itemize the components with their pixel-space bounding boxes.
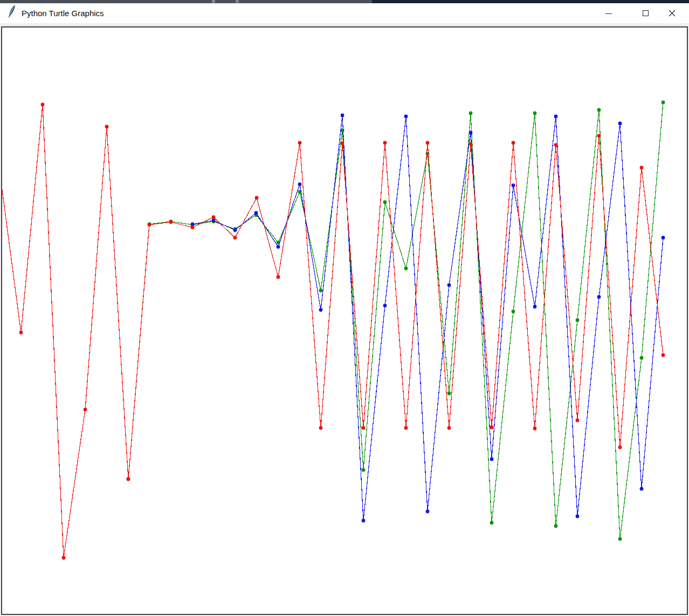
maximize-icon [643,10,649,16]
vertex-marker-red [469,142,473,146]
vertex-marker-green [662,101,665,105]
vertex-marker-blue [319,308,323,312]
vertex-marker-blue [383,304,387,308]
vertex-marker-green [597,108,601,112]
vertex-marker-blue [662,236,665,240]
background-window-strip-notch [212,0,215,3]
vertex-marker-green [362,468,366,472]
vertex-marker-red [277,275,280,279]
vertex-marker-red [127,477,130,481]
vertex-marker-red [255,196,259,200]
vertex-marker-blue [490,458,494,461]
vertex-marker-red [597,134,601,138]
vertex-marker-green [576,319,580,322]
vertex-marker-red [19,331,23,335]
vertex-marker-red [426,141,430,145]
vertex-marker-green [447,392,451,396]
vertex-marker-red [298,141,302,145]
vertex-marker-blue [469,131,473,135]
vertex-marker-blue [254,211,258,215]
vertex-marker-red [447,426,451,430]
vertex-marker-red [212,216,216,219]
vertex-marker-blue [597,295,601,299]
vertex-marker-red [640,166,644,170]
vertex-marker-red [233,236,237,240]
vertex-marker-green [469,112,473,115]
vertex-marker-blue [191,223,195,226]
vertex-marker-red [618,446,622,449]
turtle-canvas-svg [1,26,688,615]
vertex-marker-blue [554,115,558,119]
maximize-button[interactable] [633,3,658,23]
vertex-marker-red [41,103,45,107]
vertex-marker-green [512,310,515,314]
vertex-marker-green [383,200,387,204]
vertex-marker-red [554,143,558,147]
series-red [1,103,665,560]
minimize-button[interactable] [596,3,621,23]
vertex-marker-red [404,426,408,430]
vertex-marker-blue [640,487,644,491]
vertex-marker-green [533,112,537,115]
vertex-marker-red [191,226,195,230]
window-title: Python Turtle Graphics [22,3,104,23]
series-blue [191,114,665,523]
vertex-marker-red [533,427,537,431]
vertex-marker-green [426,152,430,156]
vertex-marker-blue [362,519,366,523]
vertex-marker-blue [341,114,344,117]
vertex-marker-blue [212,219,216,223]
python-feather-icon [6,5,18,19]
vertex-marker-red [490,426,494,430]
vertex-marker-blue [512,184,515,188]
vertex-marker-blue [576,515,580,518]
close-button[interactable] [659,3,684,23]
close-icon [669,10,676,17]
vertex-marker-blue [233,229,237,232]
titlebar: Python Turtle Graphics [0,3,689,23]
turtle-canvas [1,26,688,615]
vertex-marker-green [640,356,644,360]
vertex-marker-red [576,419,580,423]
vertex-marker-green [319,289,323,293]
vertex-marker-blue [404,115,408,119]
vertex-marker-red [148,223,151,227]
series-green [127,101,665,541]
minimize-icon [605,13,612,14]
vertex-marker-red [105,125,109,129]
vertex-marker-blue [277,245,280,249]
vertex-marker-red [362,426,366,430]
vertex-marker-red [62,556,66,560]
vertex-marker-green [404,267,408,271]
vertex-marker-blue [533,305,537,309]
vertex-marker-red [662,354,665,357]
vertex-marker-blue [426,510,430,514]
vertex-marker-green [618,537,622,541]
vertex-marker-red [169,220,173,224]
background-window-strip-notch [236,0,239,3]
vertex-marker-green [490,521,494,525]
vertex-marker-blue [298,183,302,186]
vertex-marker-blue [447,283,451,287]
vertex-marker-red [512,141,515,145]
vertex-marker-red [84,408,87,412]
vertex-marker-red [383,141,387,145]
vertex-marker-red [319,426,323,430]
vertex-marker-red [341,142,344,146]
vertex-marker-green [554,524,558,528]
vertex-marker-blue [618,122,622,126]
